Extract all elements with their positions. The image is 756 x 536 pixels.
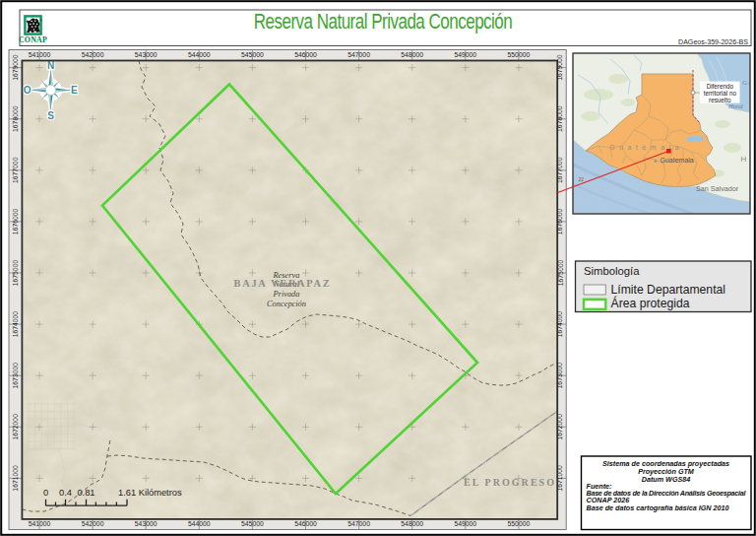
svg-text:Diferendo: Diferendo <box>707 83 734 90</box>
svg-text:resuelto: resuelto <box>709 97 731 103</box>
svg-text:Reserva Natural Privada Concep: Reserva Natural Privada Concepción <box>254 9 513 34</box>
svg-text:Simbología: Simbología <box>584 265 640 277</box>
svg-text:547000: 547000 <box>347 520 370 527</box>
svg-text:San Salvador: San Salvador <box>696 184 739 193</box>
svg-text:1672000: 1672000 <box>12 414 19 440</box>
svg-text:Área protegida: Área protegida <box>611 296 690 310</box>
svg-text:546000: 546000 <box>294 520 317 527</box>
svg-text:544000: 544000 <box>188 520 211 527</box>
svg-text:22: 22 <box>579 176 585 182</box>
svg-text:O: O <box>24 85 32 96</box>
svg-text:1674000: 1674000 <box>12 311 19 338</box>
svg-text:Límite Departamental: Límite Departamental <box>611 283 726 297</box>
svg-text:1678000: 1678000 <box>12 105 19 132</box>
svg-text:0.4: 0.4 <box>59 488 72 498</box>
svg-text:0.81: 0.81 <box>77 488 94 498</box>
svg-text:0: 0 <box>43 488 48 498</box>
svg-text:550000: 550000 <box>508 51 531 58</box>
svg-text:541000: 541000 <box>29 51 51 58</box>
svg-text:545000: 545000 <box>241 520 264 527</box>
svg-text:1675000: 1675000 <box>12 260 19 287</box>
svg-text:Concepción: Concepción <box>267 300 306 308</box>
svg-text:Hond: Hond <box>727 102 743 109</box>
svg-text:544000: 544000 <box>188 51 211 58</box>
svg-text:1671000: 1671000 <box>12 465 19 492</box>
svg-text:543000: 543000 <box>135 51 158 58</box>
svg-text:549000: 549000 <box>454 51 476 58</box>
svg-text:Base de datos cartografía bási: Base de datos cartografía básica IGN 201… <box>587 503 729 512</box>
svg-text:Datum WGS84: Datum WGS84 <box>642 475 691 484</box>
svg-text:E: E <box>71 85 78 96</box>
svg-text:BAJA VERAPAZ: BAJA VERAPAZ <box>234 278 332 289</box>
svg-text:S: S <box>47 110 54 121</box>
svg-text:1679000: 1679000 <box>12 54 19 81</box>
svg-text:EL PROGRESO: EL PROGRESO <box>464 477 556 488</box>
svg-text:DAGeos-359-2026-BS: DAGeos-359-2026-BS <box>678 38 748 46</box>
svg-text:Privada: Privada <box>273 290 300 299</box>
svg-text:545000: 545000 <box>241 51 264 58</box>
svg-text:1.61 Kilómetros: 1.61 Kilómetros <box>118 488 182 498</box>
svg-text:Guatemala: Guatemala <box>661 157 694 164</box>
svg-text:territorial no: territorial no <box>704 90 737 97</box>
svg-text:1673000: 1673000 <box>12 363 19 389</box>
svg-text:548000: 548000 <box>401 520 423 527</box>
svg-text:547000: 547000 <box>347 51 370 58</box>
svg-text:542000: 542000 <box>82 51 104 58</box>
svg-text:550000: 550000 <box>508 520 531 527</box>
svg-text:546000: 546000 <box>294 51 317 58</box>
svg-text:CONAP: CONAP <box>19 35 47 44</box>
svg-text:541000: 541000 <box>29 520 51 527</box>
svg-text:1676000: 1676000 <box>12 208 19 234</box>
svg-text:543000: 543000 <box>135 520 158 527</box>
svg-text:542000: 542000 <box>82 520 104 527</box>
svg-text:1677000: 1677000 <box>12 157 19 183</box>
svg-text:548000: 548000 <box>401 51 423 58</box>
svg-text:549000: 549000 <box>454 520 476 527</box>
